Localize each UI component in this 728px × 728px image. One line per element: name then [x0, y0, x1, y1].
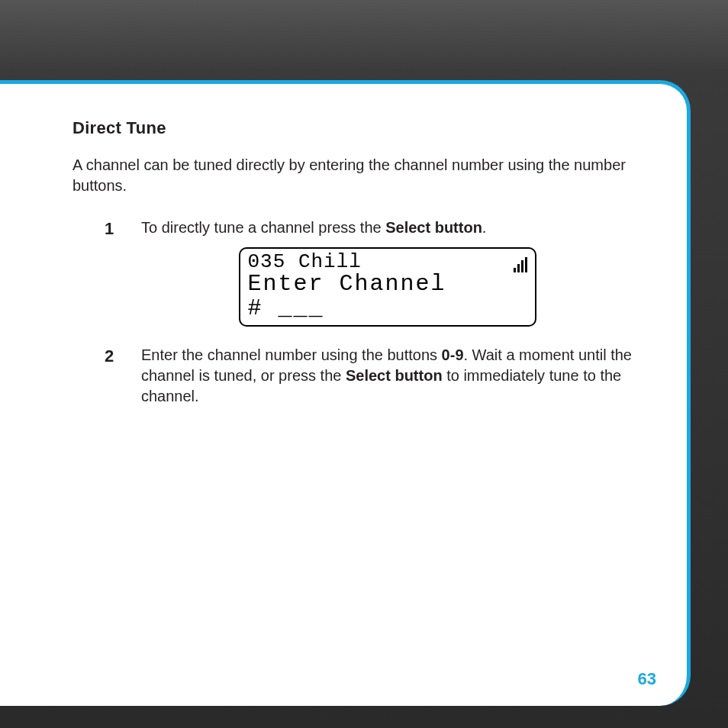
step2-bold1: 0-9 [442, 346, 464, 363]
section-intro: A channel can be tuned directly by enter… [72, 155, 633, 196]
step-text: To directly tune a channel press the [141, 219, 385, 236]
step-text-post: . [482, 219, 487, 236]
manual-page: Direct Tune A channel can be tuned direc… [0, 80, 691, 706]
steps-list: To directly tune a channel press the Sel… [105, 217, 633, 407]
page-number: 63 [638, 669, 656, 689]
step-2: Enter the channel number using the butto… [105, 345, 633, 407]
lcd-line2: Enter Channel [248, 272, 446, 297]
lcd-line3: # ___ [248, 297, 324, 321]
step-bold: Select button [385, 219, 482, 236]
step2-pre: Enter the channel number using the butto… [141, 346, 442, 363]
signal-icon [514, 257, 527, 272]
lcd-row-3: # ___ [248, 297, 527, 321]
section-title: Direct Tune [72, 118, 633, 138]
step-1: To directly tune a channel press the Sel… [105, 217, 633, 327]
lcd-display: 035 Chill Enter Channel # ___ [239, 247, 536, 327]
step2-bold2: Select button [346, 367, 443, 384]
lcd-line1: 035 Chill [248, 252, 362, 272]
lcd-row-2: Enter Channel [248, 272, 527, 297]
lcd-row-1: 035 Chill [248, 252, 527, 272]
